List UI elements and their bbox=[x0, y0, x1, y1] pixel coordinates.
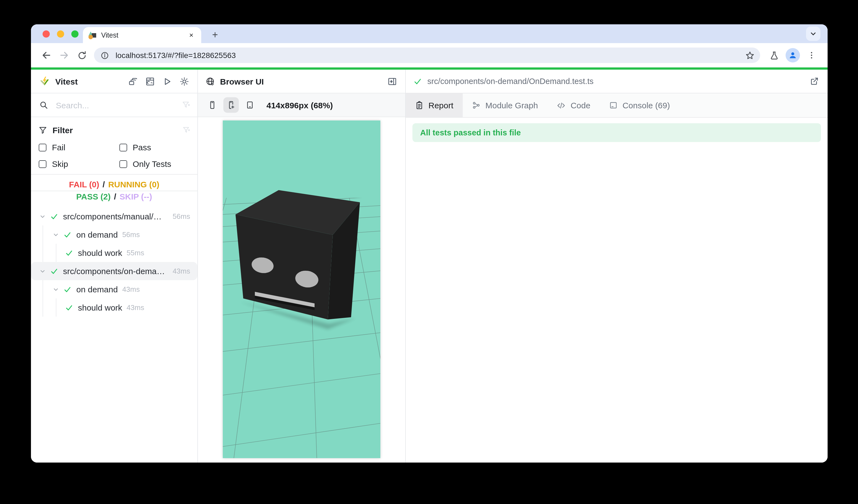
browser-menu-button[interactable] bbox=[803, 47, 820, 64]
forward-button[interactable] bbox=[55, 46, 73, 64]
checkbox-label: Fail bbox=[52, 143, 65, 152]
test-duration: 43ms bbox=[127, 304, 144, 312]
run-all-button[interactable] bbox=[160, 75, 174, 88]
console-icon bbox=[609, 101, 618, 110]
tab-search-button[interactable] bbox=[806, 27, 821, 41]
back-button[interactable] bbox=[37, 46, 55, 64]
test-duration: 43ms bbox=[122, 285, 140, 293]
report-header: src/components/on-demand/OnDemand.test.t… bbox=[406, 70, 828, 93]
profile-avatar[interactable] bbox=[785, 48, 800, 63]
test-label: src/components/manual/… bbox=[63, 212, 162, 221]
dashboard-button[interactable] bbox=[143, 75, 157, 88]
checkbox[interactable] bbox=[39, 160, 46, 168]
separator: / bbox=[114, 192, 116, 201]
device-toolbar: 414x896px (68%) bbox=[198, 93, 405, 117]
browser-viewport-canvas[interactable] bbox=[223, 120, 380, 458]
vitest-logo-icon bbox=[39, 76, 50, 87]
filter-checkbox-only-tests[interactable]: Only Tests bbox=[120, 159, 191, 168]
viewport-size-label: 414x896px (68%) bbox=[267, 100, 333, 110]
globe-icon bbox=[206, 77, 215, 86]
experiments-flask-button[interactable] bbox=[766, 47, 782, 64]
test-summary: FAIL (0)/RUNNING (0) PASS (2)/SKIP (--) bbox=[31, 175, 197, 203]
module-graph-icon bbox=[472, 101, 480, 110]
open-in-editor-button[interactable] bbox=[808, 75, 821, 88]
external-link-icon bbox=[810, 77, 819, 86]
browser-window: Vitest × + bbox=[31, 24, 828, 462]
test-case-row[interactable]: should work 43ms bbox=[31, 298, 197, 316]
device-tablet-button[interactable] bbox=[242, 97, 258, 113]
running-count: RUNNING (0) bbox=[108, 180, 159, 189]
clear-filter-icon[interactable] bbox=[182, 101, 191, 110]
search-icon bbox=[39, 101, 48, 110]
close-tab-icon[interactable]: × bbox=[187, 31, 196, 39]
traffic-lights bbox=[43, 30, 79, 37]
collapse-all-button[interactable] bbox=[126, 75, 139, 88]
test-case-row[interactable]: should work 55ms bbox=[31, 244, 197, 262]
site-info-icon[interactable] bbox=[101, 51, 109, 60]
close-window-button[interactable] bbox=[43, 30, 50, 37]
chevron-down-icon[interactable] bbox=[52, 231, 59, 238]
url-input[interactable] bbox=[114, 50, 745, 60]
dashboard-icon bbox=[145, 77, 155, 86]
test-suite-row[interactable]: on demand 43ms bbox=[31, 280, 197, 298]
bookmark-star-icon[interactable] bbox=[745, 51, 754, 60]
browser-tab[interactable]: Vitest × bbox=[83, 27, 201, 43]
tab-module-graph[interactable]: Module Graph bbox=[463, 93, 547, 117]
file-path: src/components/on-demand/OnDemand.test.t… bbox=[427, 77, 593, 86]
play-icon bbox=[162, 77, 172, 86]
filter-checkbox-pass[interactable]: Pass bbox=[120, 143, 191, 152]
url-bar[interactable] bbox=[94, 48, 760, 63]
report-tabs: Report Module Graph Code Console (69) bbox=[406, 93, 828, 118]
test-file-row[interactable]: src/components/manual/… 56ms bbox=[31, 207, 197, 226]
minimize-window-button[interactable] bbox=[57, 30, 64, 37]
zoom-window-button[interactable] bbox=[71, 30, 79, 37]
checkbox[interactable] bbox=[120, 160, 127, 168]
theme-toggle-button[interactable] bbox=[177, 75, 191, 88]
open-panel-button[interactable] bbox=[385, 75, 399, 88]
tab-code[interactable]: Code bbox=[547, 93, 600, 117]
summary-line-1: FAIL (0)/RUNNING (0) bbox=[31, 179, 197, 191]
test-tree: src/components/manual/… 56ms on demand 5… bbox=[31, 207, 197, 462]
filter-checkbox-skip[interactable]: Skip bbox=[39, 159, 120, 168]
device-phone-button[interactable] bbox=[205, 97, 220, 113]
test-explorer-panel: Vitest bbox=[31, 70, 198, 462]
clear-filter-icon[interactable] bbox=[182, 126, 191, 134]
test-file-row-selected[interactable]: src/components/on-dema… 43ms bbox=[31, 262, 197, 280]
robot-cube bbox=[236, 190, 360, 320]
browser-preview-area bbox=[198, 117, 405, 462]
tab-report[interactable]: Report bbox=[406, 93, 463, 117]
phone-plus-icon bbox=[227, 101, 236, 110]
checkbox-label: Pass bbox=[133, 143, 151, 152]
checkbox[interactable] bbox=[120, 143, 127, 151]
new-tab-button[interactable]: + bbox=[209, 29, 221, 41]
checkbox[interactable] bbox=[39, 143, 46, 151]
pass-check-icon bbox=[50, 212, 58, 220]
filter-checkbox-fail[interactable]: Fail bbox=[39, 143, 120, 152]
reload-icon bbox=[77, 51, 86, 60]
browser-ui-panel: Browser UI 414x896px bbox=[198, 70, 406, 462]
device-phone-plus-button[interactable] bbox=[223, 97, 239, 113]
code-icon bbox=[557, 101, 566, 110]
sidebar-header: Vitest bbox=[31, 70, 197, 93]
pass-check-icon bbox=[64, 231, 71, 239]
tab-console[interactable]: Console (69) bbox=[600, 93, 680, 117]
test-suite-row[interactable]: on demand 56ms bbox=[31, 226, 197, 244]
checkbox-label: Skip bbox=[52, 159, 68, 168]
search-input[interactable] bbox=[55, 100, 182, 110]
test-duration: 43ms bbox=[173, 267, 190, 275]
vitest-ui: Vitest bbox=[31, 70, 828, 462]
person-icon bbox=[788, 51, 797, 60]
test-label: on demand bbox=[76, 284, 118, 294]
chevron-down-icon[interactable] bbox=[52, 286, 59, 293]
report-content: All tests passed in this file bbox=[406, 118, 828, 462]
tab-label: Console (69) bbox=[622, 101, 670, 110]
chevron-down-icon[interactable] bbox=[39, 213, 46, 220]
chevron-down-icon[interactable] bbox=[39, 268, 46, 274]
report-panel: src/components/on-demand/OnDemand.test.t… bbox=[406, 70, 828, 462]
reload-button[interactable] bbox=[73, 46, 91, 64]
skip-count: SKIP (--) bbox=[120, 192, 152, 201]
pass-check-icon bbox=[64, 286, 71, 293]
stacked-windows-icon bbox=[128, 77, 137, 86]
test-label: should work bbox=[78, 303, 122, 312]
banner-text: All tests passed in this file bbox=[420, 128, 521, 137]
